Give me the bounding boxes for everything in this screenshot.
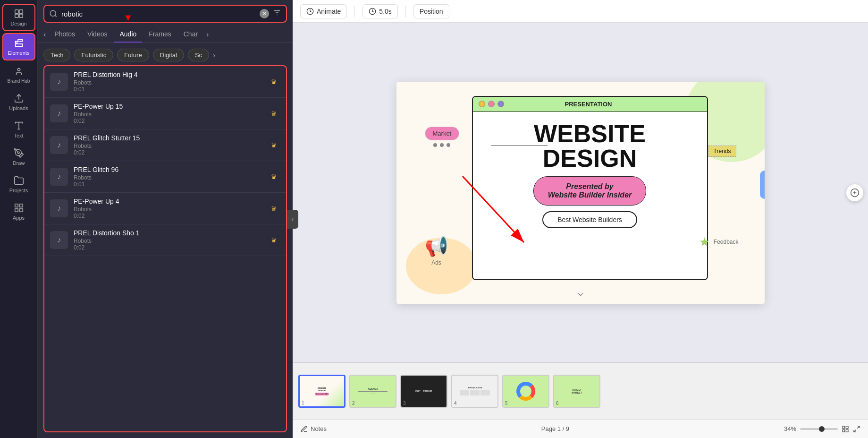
canvas-wrap: Market PRESENTATION <box>293 23 868 362</box>
audio-subtitle-6: Robots <box>74 238 261 244</box>
thumb-num-3: 3 <box>403 401 406 406</box>
crown-badge-3: ♛ <box>267 138 280 152</box>
sidebar-item-apps[interactable]: Apps <box>2 199 35 224</box>
chip-more-button[interactable]: › <box>213 51 215 60</box>
audio-title-4: PREL Glitch 96 <box>74 166 261 173</box>
thumbnail-1[interactable]: WEBSITEDESIGN Presented by WBI 1 <box>298 375 346 408</box>
thumbnail-4[interactable]: INTRODUCTION 4 <box>451 375 498 408</box>
svg-line-28 <box>857 426 860 429</box>
audio-item-6[interactable]: ♪ PREL Distortion Sho 1 Robots 0:02 ♛ <box>44 224 286 256</box>
svg-point-13 <box>50 10 56 16</box>
add-animation-button[interactable] <box>846 184 863 201</box>
sidebar-item-uploads[interactable]: Uploads <box>2 89 35 115</box>
market-label: Market <box>425 127 460 140</box>
sidebar-item-brand-hub[interactable]: Brand Hub <box>2 62 35 87</box>
search-icon <box>49 9 58 18</box>
top-toolbar: Animate 5.0s Position <box>293 0 868 23</box>
audio-subtitle-2: Robots <box>74 111 261 118</box>
grid-icon[interactable] <box>842 425 849 433</box>
sidebar-item-elements[interactable]: Elements <box>2 33 35 60</box>
sidebar-label-elements: Elements <box>8 50 30 56</box>
svg-point-4 <box>17 69 20 71</box>
svg-rect-25 <box>846 426 848 429</box>
animate-button[interactable]: Animate <box>300 4 347 18</box>
canvas-slide[interactable]: Market PRESENTATION <box>396 82 765 304</box>
audio-duration-6: 0:02 <box>74 244 261 251</box>
audio-item-5[interactable]: ♪ PE-Power Up 4 Robots 0:02 ♛ <box>44 193 286 224</box>
category-tabs: ‹ Photos Videos Audio ▼ Frames Char › <box>38 26 293 43</box>
dot-pink <box>488 101 495 107</box>
dots-row <box>433 143 450 147</box>
thumb-num-4: 4 <box>454 401 457 406</box>
crown-badge-2: ♛ <box>267 107 280 120</box>
search-clear-button[interactable]: ✕ <box>260 9 269 18</box>
position-button[interactable]: Position <box>413 4 449 18</box>
svg-line-29 <box>854 429 856 432</box>
search-filter-button[interactable] <box>273 9 281 19</box>
search-input[interactable]: robotic <box>61 10 256 18</box>
collapse-panel-button[interactable]: ‹ <box>287 210 298 229</box>
cat-tab-audio[interactable]: Audio ▼ <box>114 26 142 43</box>
status-center: Page 1 / 9 <box>541 425 569 432</box>
cat-tab-photos[interactable]: Photos <box>49 26 81 43</box>
left-panel: robotic ✕ ‹ Photos Videos Audio ▼ Frames… <box>38 0 293 438</box>
audio-title-2: PE-Power Up 15 <box>74 103 261 110</box>
toolbar-separator-1 <box>354 6 355 17</box>
thumbnail-5[interactable]: 5 <box>502 375 549 408</box>
chip-sc[interactable]: Sc <box>188 49 209 61</box>
chip-future[interactable]: Future ▼ <box>117 49 149 61</box>
thumbnail-3[interactable]: PAST → PRESENT 3 <box>400 375 447 408</box>
audio-title-3: PREL Glitch Stutter 15 <box>74 134 261 142</box>
svg-rect-3 <box>19 14 22 17</box>
thumbnail-2[interactable]: AGENDA — — — 2 <box>349 375 396 408</box>
cat-next-button[interactable]: › <box>204 28 211 41</box>
chip-futuristic[interactable]: Futuristic <box>74 49 113 61</box>
sidebar-item-design[interactable]: Design <box>2 4 35 31</box>
svg-rect-1 <box>19 10 22 13</box>
audio-icon-5: ♪ <box>50 199 68 217</box>
audio-subtitle-4: Robots <box>74 174 261 181</box>
audio-item-4[interactable]: ♪ PREL Glitch 96 Robots 0:01 ♛ <box>44 161 286 193</box>
expand-icon[interactable] <box>853 425 860 433</box>
chip-digital[interactable]: Digital <box>153 49 184 61</box>
crown-badge-6: ♛ <box>267 233 280 247</box>
zoom-thumb[interactable] <box>819 426 825 432</box>
audio-info-2: PE-Power Up 15 Robots 0:02 <box>74 103 261 124</box>
sidebar-item-projects[interactable]: Projects <box>2 172 35 197</box>
browser-body: WEBSITE DESIGN Presented byWebsite Build… <box>473 112 707 238</box>
browser-dots <box>479 101 504 107</box>
audio-item-1[interactable]: ♪ PREL Distortion Hig 4 Robots 0:01 ♛ <box>44 66 286 98</box>
sidebar-label-brand-hub: Brand Hub <box>8 78 30 84</box>
cat-tab-frames[interactable]: Frames <box>143 26 177 43</box>
sidebar-item-draw[interactable]: Draw <box>2 144 35 170</box>
sidebar-item-text[interactable]: Text <box>2 117 35 142</box>
audio-item-3[interactable]: ♪ PREL Glitch Stutter 15 Robots 0:02 ♛ <box>44 129 286 161</box>
ads-icon: 📢 <box>425 235 448 258</box>
sidebar-label-design: Design <box>10 21 26 26</box>
presented-by-button: Presented byWebsite Builder Insider <box>533 176 647 206</box>
zoom-slider[interactable] <box>800 428 838 430</box>
crown-badge-5: ♛ <box>267 202 280 215</box>
thumb-num-6: 6 <box>556 401 559 406</box>
cat-tab-char[interactable]: Char <box>178 26 203 43</box>
status-bar: Notes Page 1 / 9 34% <box>293 419 868 438</box>
zoom-level: 34% <box>784 425 796 432</box>
connector-line <box>491 146 548 146</box>
dot-yellow <box>479 101 485 107</box>
sidebar-label-projects: Projects <box>9 188 28 193</box>
ads-label: Ads <box>425 259 448 266</box>
audio-icon-1: ♪ <box>50 73 68 91</box>
svg-rect-11 <box>19 209 22 212</box>
audio-icon-6: ♪ <box>50 231 68 249</box>
thumb-num-2: 2 <box>352 401 355 406</box>
cat-prev-button[interactable]: ‹ <box>42 28 48 41</box>
audio-item-2[interactable]: ♪ PE-Power Up 15 Robots 0:02 ♛ <box>44 98 286 129</box>
svg-rect-12 <box>15 209 17 212</box>
chip-tech[interactable]: Tech <box>43 49 70 61</box>
star-icon: ★ <box>699 235 710 249</box>
duration-button[interactable]: 5.0s <box>362 4 397 18</box>
audio-duration-3: 0:02 <box>74 149 261 156</box>
cat-tab-videos[interactable]: Videos <box>82 26 113 43</box>
search-container: robotic ✕ <box>43 5 287 23</box>
thumbnail-6[interactable]: TARGETMARKET 6 <box>553 375 600 408</box>
